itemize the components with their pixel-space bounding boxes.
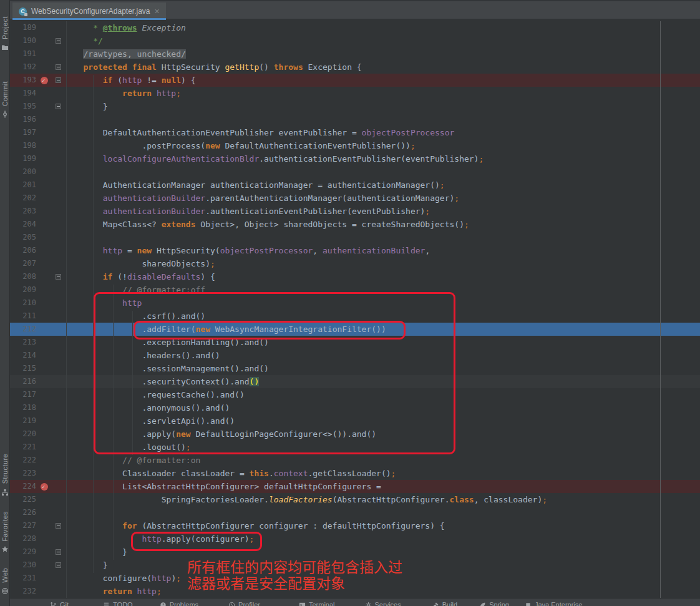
status-item-build[interactable]: Build: [432, 600, 457, 606]
line-number[interactable]: 215: [10, 362, 36, 375]
breakpoint-gutter[interactable]: [36, 100, 52, 113]
breakpoint-gutter[interactable]: [36, 336, 52, 349]
fold-marker-icon[interactable]: [56, 562, 61, 568]
breakpoint-gutter[interactable]: [36, 113, 52, 126]
line-number[interactable]: 230: [10, 559, 36, 572]
breakpoint-gutter[interactable]: [36, 585, 52, 598]
line-number[interactable]: 201: [10, 178, 36, 192]
fold-marker-icon[interactable]: [56, 104, 61, 109]
line-number[interactable]: 199: [10, 152, 36, 165]
breakpoint-gutter[interactable]: [36, 323, 52, 336]
line-number[interactable]: 213: [10, 336, 36, 349]
breakpoint-gutter[interactable]: [36, 310, 52, 323]
stripe-item-commit[interactable]: Commit: [1, 81, 9, 117]
stripe-item-web[interactable]: Web: [1, 568, 9, 594]
breakpoint-gutter[interactable]: [36, 126, 52, 139]
line-number[interactable]: 216: [10, 375, 36, 388]
breakpoint-gutter[interactable]: [36, 493, 52, 506]
stripe-item-structure[interactable]: Structure: [1, 454, 9, 494]
breakpoint-gutter[interactable]: [36, 428, 52, 441]
breakpoint-gutter[interactable]: [36, 559, 52, 572]
line-number[interactable]: 214: [10, 349, 36, 362]
line-number[interactable]: 232: [10, 585, 36, 598]
line-number[interactable]: 197: [10, 126, 36, 139]
breakpoint-gutter[interactable]: [36, 244, 52, 257]
line-number[interactable]: 211: [10, 310, 36, 323]
breakpoint-gutter[interactable]: [36, 34, 52, 47]
breakpoint-gutter[interactable]: [36, 467, 52, 480]
breakpoint-gutter[interactable]: [36, 532, 52, 545]
line-number[interactable]: 204: [10, 218, 36, 231]
line-number[interactable]: 210: [10, 296, 36, 310]
status-item-spring[interactable]: Spring: [479, 600, 509, 606]
breakpoint-gutter[interactable]: [36, 152, 52, 165]
line-number[interactable]: 229: [10, 545, 36, 559]
line-number[interactable]: 192: [10, 61, 36, 74]
line-number[interactable]: 208: [10, 270, 36, 283]
fold-marker-icon[interactable]: [56, 64, 61, 70]
breakpoint-gutter[interactable]: [36, 74, 52, 87]
breakpoint-gutter[interactable]: [36, 257, 52, 270]
line-number[interactable]: 231: [10, 572, 36, 585]
breakpoint-gutter[interactable]: [36, 349, 52, 362]
breakpoint-gutter[interactable]: [36, 270, 52, 283]
breakpoint-gutter[interactable]: [36, 192, 52, 205]
breakpoint-gutter[interactable]: [36, 87, 52, 100]
fold-marker-icon[interactable]: [56, 38, 61, 44]
breakpoint-gutter[interactable]: [36, 519, 52, 532]
breakpoint-gutter[interactable]: [36, 454, 52, 467]
breakpoint-gutter[interactable]: [36, 480, 52, 493]
editor-tab[interactable]: C WebSecurityConfigurerAdapter.java ×: [12, 2, 166, 20]
breakpoint-gutter[interactable]: [36, 441, 52, 454]
line-number[interactable]: 189: [10, 21, 36, 34]
breakpoint-gutter[interactable]: [36, 362, 52, 375]
status-item-git[interactable]: Git: [50, 600, 69, 606]
breakpoint-icon[interactable]: [41, 77, 48, 84]
line-number[interactable]: 223: [10, 467, 36, 480]
breakpoint-gutter[interactable]: [36, 506, 52, 519]
line-number[interactable]: 203: [10, 205, 36, 218]
line-number[interactable]: 205: [10, 231, 36, 244]
stripe-item-favorites[interactable]: Favorites: [1, 511, 9, 552]
breakpoint-gutter[interactable]: [36, 139, 52, 152]
line-number[interactable]: 228: [10, 532, 36, 545]
line-number[interactable]: 200: [10, 165, 36, 178]
line-number[interactable]: 226: [10, 506, 36, 519]
line-number[interactable]: 227: [10, 519, 36, 532]
fold-marker-icon[interactable]: [56, 77, 61, 83]
line-number[interactable]: 212: [10, 323, 36, 336]
line-number[interactable]: 207: [10, 257, 36, 270]
line-number[interactable]: 209: [10, 283, 36, 296]
close-icon[interactable]: ×: [155, 7, 160, 16]
stripe-item-project[interactable]: Project: [1, 16, 9, 50]
status-item-terminal[interactable]: Terminal: [299, 600, 335, 606]
line-number[interactable]: 190: [10, 34, 36, 47]
line-number[interactable]: 218: [10, 401, 36, 414]
fold-marker-icon[interactable]: [56, 549, 61, 555]
line-number[interactable]: 202: [10, 192, 36, 205]
status-item-profiler[interactable]: Profiler: [228, 600, 260, 606]
line-number[interactable]: 220: [10, 428, 36, 441]
breakpoint-gutter[interactable]: [36, 231, 52, 244]
line-number[interactable]: 196: [10, 113, 36, 126]
status-item-problems[interactable]: Problems: [160, 600, 198, 606]
breakpoint-icon[interactable]: [41, 483, 48, 491]
line-number[interactable]: 217: [10, 388, 36, 401]
breakpoint-gutter[interactable]: [36, 572, 52, 585]
line-number[interactable]: 194: [10, 87, 36, 100]
status-item-todo[interactable]: TODO: [103, 600, 133, 606]
line-number[interactable]: 198: [10, 139, 36, 152]
breakpoint-gutter[interactable]: [36, 21, 52, 34]
breakpoint-gutter[interactable]: [36, 205, 52, 218]
line-number[interactable]: 195: [10, 100, 36, 113]
breakpoint-gutter[interactable]: [36, 283, 52, 296]
breakpoint-gutter[interactable]: [36, 375, 52, 388]
breakpoint-gutter[interactable]: [36, 296, 52, 310]
line-number[interactable]: 206: [10, 244, 36, 257]
line-number[interactable]: 191: [10, 47, 36, 61]
line-number[interactable]: 219: [10, 414, 36, 428]
breakpoint-gutter[interactable]: [36, 165, 52, 178]
breakpoint-gutter[interactable]: [36, 401, 52, 414]
line-number[interactable]: 193: [10, 74, 36, 87]
status-item-java-enterprise[interactable]: Java Enterprise: [525, 600, 582, 606]
